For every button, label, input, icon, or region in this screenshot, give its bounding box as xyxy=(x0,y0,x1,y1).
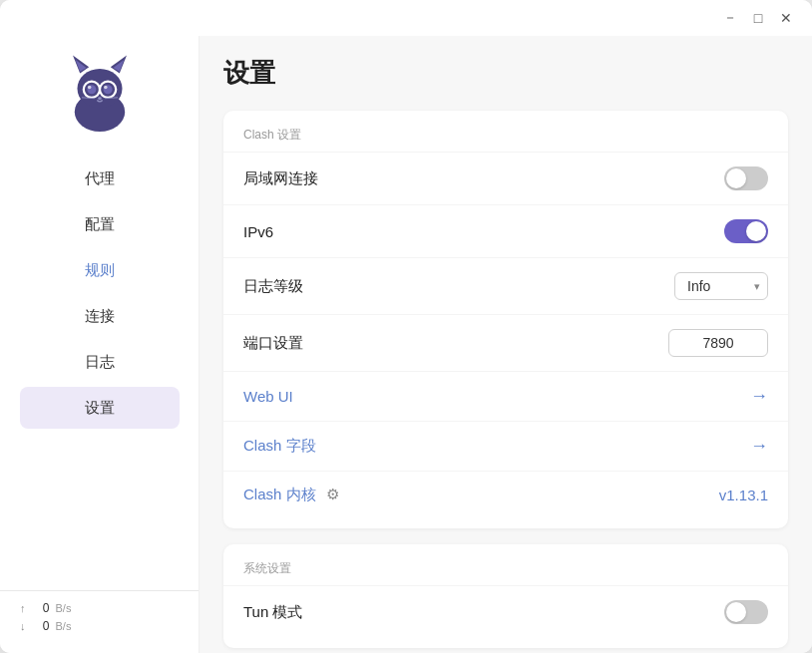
system-section-label: 系统设置 xyxy=(223,554,788,585)
sidebar-item-rules[interactable]: 规则 xyxy=(20,249,180,291)
app-window: － □ ✕ xyxy=(0,0,812,653)
ipv6-label: IPv6 xyxy=(243,223,273,240)
download-value: 0 xyxy=(32,619,50,633)
clash-core-version: v1.13.1 xyxy=(719,487,768,503)
lan-row: 局域网连接 xyxy=(223,152,788,204)
tun-mode-row: Tun 模式 xyxy=(223,585,788,638)
page-title: 设置 xyxy=(223,56,788,91)
web-ui-row[interactable]: Web UI → xyxy=(223,371,788,421)
sidebar-item-settings[interactable]: 设置 xyxy=(20,387,180,429)
minimize-button[interactable]: － xyxy=(716,4,744,32)
content-area: 设置 Clash 设置 局域网连接 IPv6 日志等级 xyxy=(200,36,812,653)
lan-label: 局域网连接 xyxy=(243,169,318,188)
title-bar: － □ ✕ xyxy=(0,0,812,36)
main-layout: 代理 配置 规则 连接 日志 设置 xyxy=(0,36,812,653)
upload-unit: B/s xyxy=(56,602,72,614)
system-settings-card: 系统设置 Tun 模式 xyxy=(223,544,788,648)
web-ui-arrow-icon: → xyxy=(750,386,768,407)
clash-fields-row[interactable]: Clash 字段 → xyxy=(223,421,788,471)
sidebar-footer: ↑ 0 B/s ↓ 0 B/s xyxy=(0,590,199,653)
download-arrow-icon: ↓ xyxy=(20,620,26,632)
ipv6-row: IPv6 xyxy=(223,204,788,257)
cat-logo xyxy=(55,51,145,141)
svg-point-15 xyxy=(98,97,102,100)
svg-point-14 xyxy=(104,86,108,90)
clash-core-row: Clash 内核 ⚙ v1.13.1 xyxy=(223,471,788,518)
sidebar-item-proxy[interactable]: 代理 xyxy=(20,158,180,199)
sidebar-item-profiles[interactable]: 配置 xyxy=(20,203,180,245)
nav-list: 代理 配置 规则 连接 日志 设置 xyxy=(0,156,199,590)
tun-mode-label: Tun 模式 xyxy=(243,603,302,622)
log-level-select[interactable]: Debug Info Warning Error Silent xyxy=(674,272,768,300)
clash-core-label: Clash 内核 ⚙ xyxy=(243,486,339,504)
log-level-select-wrap: Debug Info Warning Error Silent ▾ xyxy=(674,272,768,300)
download-traffic-row: ↓ 0 B/s xyxy=(20,619,179,633)
close-button[interactable]: ✕ xyxy=(772,4,800,32)
logo-area xyxy=(50,46,150,146)
download-unit: B/s xyxy=(56,620,72,632)
clash-section-label: Clash 设置 xyxy=(223,121,788,152)
clash-settings-card: Clash 设置 局域网连接 IPv6 日志等级 Debug xyxy=(223,111,788,528)
log-level-label: 日志等级 xyxy=(243,277,303,296)
upload-arrow-icon: ↑ xyxy=(20,602,26,614)
lan-toggle[interactable] xyxy=(724,166,768,190)
gear-icon[interactable]: ⚙ xyxy=(326,486,339,503)
upload-value: 0 xyxy=(32,601,50,615)
svg-point-13 xyxy=(87,86,91,90)
ipv6-toggle[interactable] xyxy=(724,219,768,243)
tun-mode-toggle[interactable] xyxy=(724,600,768,624)
maximize-button[interactable]: □ xyxy=(744,4,772,32)
upload-traffic-row: ↑ 0 B/s xyxy=(20,601,179,615)
web-ui-label: Web UI xyxy=(243,388,293,405)
port-input[interactable] xyxy=(668,329,768,357)
port-row: 端口设置 xyxy=(223,314,788,371)
clash-fields-label: Clash 字段 xyxy=(243,437,316,456)
log-level-row: 日志等级 Debug Info Warning Error Silent ▾ xyxy=(223,257,788,314)
clash-fields-arrow-icon: → xyxy=(750,436,768,457)
port-label: 端口设置 xyxy=(243,334,303,353)
sidebar-item-logs[interactable]: 日志 xyxy=(20,341,180,383)
sidebar: 代理 配置 规则 连接 日志 设置 xyxy=(0,36,200,653)
sidebar-item-connections[interactable]: 连接 xyxy=(20,295,180,337)
